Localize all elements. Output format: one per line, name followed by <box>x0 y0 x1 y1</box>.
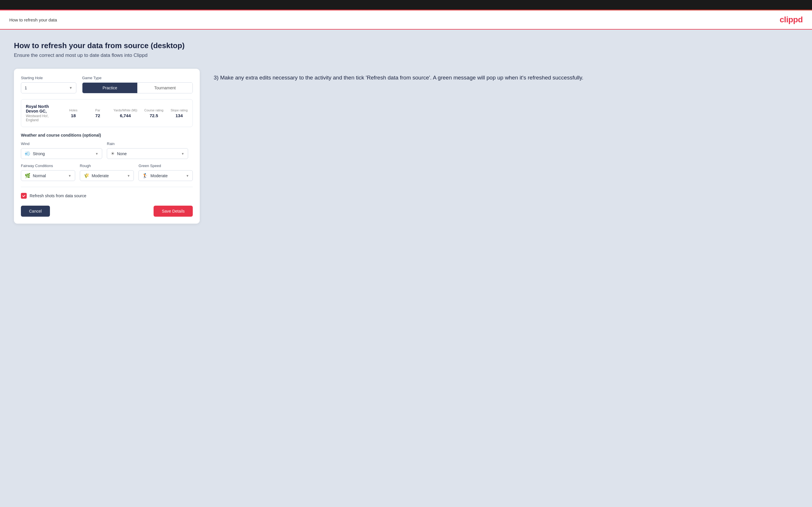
fairway-arrow-icon: ▼ <box>68 174 71 177</box>
rain-condition: Rain ☀ None ▼ <box>107 142 188 159</box>
holes-label: Holes <box>65 109 82 112</box>
yards-value: 6,744 <box>113 113 137 118</box>
game-type-label: Game Type <box>82 76 193 80</box>
top-bar <box>0 0 812 10</box>
rough-select[interactable]: 🌾 Moderate ▼ <box>80 170 134 181</box>
rain-value: None <box>117 152 179 156</box>
refresh-checkbox[interactable] <box>21 193 27 199</box>
fairway-rough-green-row: Fairway Conditions 🌿 Normal ▼ Rough 🌾 Mo… <box>21 164 193 181</box>
wind-select[interactable]: 💨 Strong ▼ <box>21 148 102 159</box>
button-row: Cancel Save Details <box>21 206 193 217</box>
save-button[interactable]: Save Details <box>154 206 193 217</box>
green-speed-label: Green Speed <box>139 164 193 168</box>
course-name-block: Royal North Devon GC, Westward Ho!, Engl… <box>26 104 58 122</box>
starting-hole-group: Starting Hole 1 10 ▼ <box>21 76 77 94</box>
wind-rain-row: Wind 💨 Strong ▼ Rain ☀ None ▼ <box>21 142 193 159</box>
instruction-panel: 3) Make any extra edits necessary to the… <box>214 69 798 82</box>
wind-value: Strong <box>33 152 93 156</box>
green-speed-select[interactable]: 🏌 Moderate ▼ <box>139 170 193 181</box>
course-stat-slope: Slope rating 134 <box>170 109 188 118</box>
wind-icon: 💨 <box>25 151 31 156</box>
main-content: How to refresh your data from source (de… <box>0 30 812 507</box>
wind-condition: Wind 💨 Strong ▼ <box>21 142 102 159</box>
form-panel: Starting Hole 1 10 ▼ Game Type Practice … <box>14 69 200 224</box>
green-speed-value: Moderate <box>150 173 184 178</box>
course-location: Westward Ho!, England <box>26 114 58 122</box>
fairway-select[interactable]: 🌿 Normal ▼ <box>21 170 75 181</box>
page-title: How to refresh your data from source (de… <box>14 41 798 50</box>
course-stat-holes: Holes 18 <box>65 109 82 118</box>
logo: clippd <box>780 15 803 24</box>
instruction-text: 3) Make any extra edits necessary to the… <box>214 73 798 82</box>
yards-label: Yards/White (M)) <box>113 109 137 112</box>
checkmark-icon <box>22 194 26 198</box>
practice-button[interactable]: Practice <box>83 83 138 93</box>
divider <box>21 187 193 187</box>
header: How to refresh your data clippd <box>0 10 812 30</box>
course-info-row: Royal North Devon GC, Westward Ho!, Engl… <box>26 104 188 122</box>
refresh-label: Refresh shots from data source <box>30 193 86 198</box>
content-layout: Starting Hole 1 10 ▼ Game Type Practice … <box>14 69 798 224</box>
slope-rating-value: 134 <box>170 113 188 118</box>
course-stat-par: Par 72 <box>89 109 107 118</box>
starting-hole-label: Starting Hole <box>21 76 77 80</box>
green-speed-arrow-icon: ▼ <box>186 174 189 177</box>
course-name: Royal North Devon GC, <box>26 104 58 113</box>
course-rating-value: 72.5 <box>144 113 163 118</box>
course-stat-course-rating: Course rating 72.5 <box>144 109 163 118</box>
cancel-button[interactable]: Cancel <box>21 206 50 217</box>
par-value: 72 <box>89 113 107 118</box>
holes-value: 18 <box>65 113 82 118</box>
wind-arrow-icon: ▼ <box>95 152 98 156</box>
conditions-section-label: Weather and course conditions (optional) <box>21 133 193 137</box>
game-type-buttons: Practice Tournament <box>82 82 193 94</box>
rough-condition: Rough 🌾 Moderate ▼ <box>80 164 134 181</box>
header-title: How to refresh your data <box>9 17 57 22</box>
par-label: Par <box>89 109 107 112</box>
refresh-checkbox-row: Refresh shots from data source <box>21 193 193 199</box>
course-card: Royal North Devon GC, Westward Ho!, Engl… <box>21 99 193 127</box>
fairway-value: Normal <box>33 173 66 178</box>
rough-value: Moderate <box>92 173 125 178</box>
fairway-label: Fairway Conditions <box>21 164 75 168</box>
slope-rating-label: Slope rating <box>170 109 188 112</box>
course-rating-label: Course rating <box>144 109 163 112</box>
top-form-row: Starting Hole 1 10 ▼ Game Type Practice … <box>21 76 193 94</box>
rain-label: Rain <box>107 142 188 146</box>
rain-arrow-icon: ▼ <box>181 152 184 156</box>
rough-label: Rough <box>80 164 134 168</box>
rain-icon: ☀ <box>111 151 115 156</box>
rough-icon: 🌾 <box>84 173 89 178</box>
fairway-condition: Fairway Conditions 🌿 Normal ▼ <box>21 164 75 181</box>
rain-select[interactable]: ☀ None ▼ <box>107 148 188 159</box>
wind-label: Wind <box>21 142 102 146</box>
page-subtitle: Ensure the correct and most up to date d… <box>14 53 798 58</box>
green-speed-icon: 🏌 <box>142 173 148 178</box>
tournament-button[interactable]: Tournament <box>137 83 193 93</box>
course-stat-yards: Yards/White (M)) 6,744 <box>113 109 137 118</box>
starting-hole-select-wrapper[interactable]: 1 10 ▼ <box>21 82 77 94</box>
rough-arrow-icon: ▼ <box>127 174 130 177</box>
green-speed-condition: Green Speed 🏌 Moderate ▼ <box>139 164 193 181</box>
starting-hole-select[interactable]: 1 10 <box>21 83 76 93</box>
game-type-group: Game Type Practice Tournament <box>82 76 193 94</box>
fairway-icon: 🌿 <box>25 173 31 178</box>
